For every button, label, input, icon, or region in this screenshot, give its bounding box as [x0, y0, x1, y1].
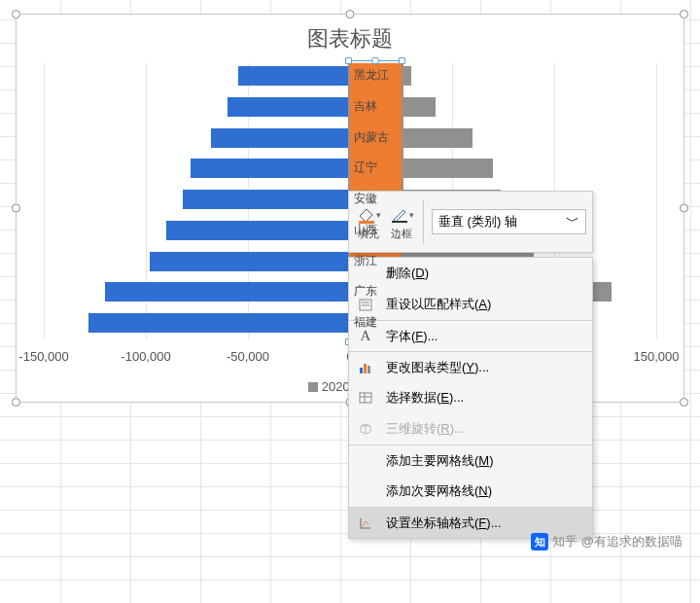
chart-icon: [355, 360, 376, 375]
category-label: 内蒙古: [350, 129, 402, 146]
resize-handle[interactable]: [12, 398, 20, 407]
chart-element-selector[interactable]: 垂直 (类别) 轴 ﹀: [432, 209, 586, 234]
svg-rect-5: [368, 366, 370, 373]
ctx-label: 更改图表类型(Y)...: [386, 359, 489, 376]
bar-series1[interactable]: [105, 282, 350, 302]
ctx-rotate3d: 三维旋转(R)...: [349, 413, 592, 444]
bar-series1[interactable]: [191, 159, 350, 178]
svg-rect-6: [360, 393, 371, 403]
ctx-label: 选择数据(E)...: [386, 389, 464, 407]
bar-series1[interactable]: [150, 252, 350, 271]
watermark-text: 知乎 @有追求的数据喵: [552, 533, 682, 550]
resize-handle[interactable]: [12, 204, 20, 213]
category-label: 安徽: [350, 191, 402, 207]
x-tick-label: -50,000: [227, 349, 269, 364]
chevron-down-icon: ﹀: [566, 213, 579, 231]
category-label: 山西: [350, 222, 402, 238]
ctx-label: 添加次要网格线(N): [386, 482, 492, 500]
bar-series1[interactable]: [238, 66, 351, 86]
category-label: 浙江: [350, 253, 402, 269]
category-label: 广东: [350, 283, 402, 300]
category-label: 吉林: [350, 98, 402, 115]
ctx-label: 设置坐标轴格式(F)...: [386, 514, 501, 532]
ctx-minor_grid[interactable]: 添加次要网格线(N): [349, 476, 592, 507]
axis-icon: [355, 515, 376, 531]
pen-icon: [390, 206, 409, 224]
svg-rect-3: [360, 368, 363, 373]
watermark: 知 知乎 @有追求的数据喵: [531, 533, 682, 550]
ctx-change_type[interactable]: 更改图表类型(Y)...: [349, 351, 592, 382]
bar-series1[interactable]: [183, 190, 350, 209]
chart-title[interactable]: 图表标题: [17, 15, 683, 57]
bar-series1[interactable]: [211, 128, 350, 148]
paint-bucket-icon: [357, 206, 376, 224]
cube-icon: [355, 421, 376, 437]
resize-handle[interactable]: [12, 10, 20, 18]
resize-handle[interactable]: [680, 398, 688, 407]
ctx-label: 添加主要网格线(M): [386, 452, 494, 470]
ctx-major_grid[interactable]: 添加主要网格线(M): [349, 444, 592, 476]
category-label: 辽宁: [350, 160, 402, 176]
bar-series1[interactable]: [228, 97, 350, 117]
resize-handle[interactable]: [346, 10, 355, 18]
selector-value: 垂直 (类别) 轴: [438, 213, 517, 231]
ctx-label: 三维旋转(R)...: [386, 420, 465, 438]
bar-series1[interactable]: [166, 221, 350, 240]
x-tick-label: -100,000: [121, 349, 170, 364]
resize-handle[interactable]: [680, 10, 688, 18]
svg-rect-4: [364, 364, 367, 373]
bar-series1[interactable]: [88, 313, 350, 333]
resize-handle[interactable]: [680, 204, 688, 213]
x-tick-label: 150,000: [634, 349, 680, 364]
x-tick-label: -150,000: [18, 349, 68, 364]
category-label: 福建: [350, 314, 402, 331]
category-label: 黑龙江: [350, 67, 402, 84]
gridline: [656, 63, 657, 339]
table-icon: [355, 390, 376, 406]
zhihu-icon: 知: [531, 533, 548, 550]
ctx-select_data[interactable]: 选择数据(E)...: [349, 382, 592, 413]
